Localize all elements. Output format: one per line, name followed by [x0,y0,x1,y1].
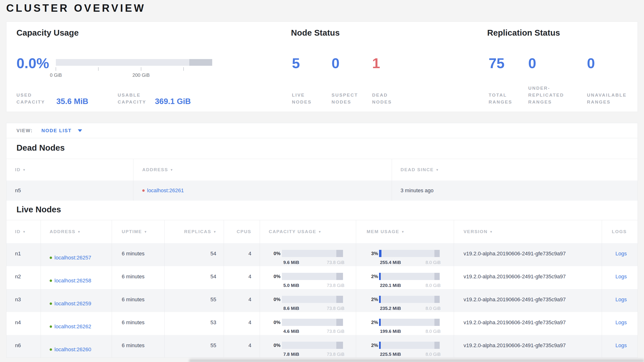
summary-stat-label: UNAVAILABLE RANGES [587,92,626,105]
mem-total-value: 8.0 GiB [426,352,441,357]
capacity-stat-label: USED CAPACITY [16,92,45,105]
node-status-title: Node Status [291,28,340,38]
node-replicas: 53 [164,312,224,335]
mem-usage-bar [379,273,440,280]
node-address-link[interactable]: localhost:26258 [54,277,91,284]
mem-used-value: 225.5 MiB [380,352,401,357]
capacity-used-percent: 0.0% [16,55,49,72]
sort-arrow-icon: ▼ [490,230,493,234]
summary-stat-label: UNDER- REPLICATED RANGES [528,85,564,105]
node-id: n3 [6,289,40,312]
column-header-replicas[interactable]: REPLICAS▼ [164,220,224,243]
mem-usage-cell: 2%235.2 MiB8.0 GiB [356,289,454,312]
column-header-logs: LOGS [602,220,638,243]
mem-bar-reserved-segment [434,273,440,280]
column-header-address[interactable]: ADDRESS▼ [133,159,392,180]
capacity-usage-percent: 0% [260,320,282,325]
capacity-bar-reserved-segment [336,296,343,303]
column-header-capacity-usage[interactable]: CAPACITY USAGE▼ [260,220,356,243]
column-header-label: DEAD SINCE [400,167,434,172]
node-address-cell: localhost:26258 [40,266,112,289]
mem-usage-percent: 2% [356,274,379,279]
table-header-row: ID▼ADDRESS▼UPTIME▼REPLICAS▼CPUSCAPACITY … [6,220,638,243]
cluster-summary-card: Capacity Usage 0.0% 0 GiB 200 GiB USED C… [6,22,638,112]
node-logs-link[interactable]: Logs [615,319,627,326]
column-header-cpus: CPUS [224,220,260,243]
dead-node-address-link[interactable]: localhost:26261 [147,188,184,194]
column-header-label: CAPACITY USAGE [269,229,316,234]
mem-usage-cell: 2%220.1 MiB8.0 GiB [356,266,454,289]
node-logs-cell: Logs [602,312,638,335]
mem-usage-fill [379,319,381,326]
column-header-version[interactable]: VERSION▼ [454,220,602,243]
column-header-dead-since[interactable]: DEAD SINCE▼ [392,159,638,180]
capacity-usage-percent: 0% [260,297,282,302]
summary-stat-value: 0 [332,55,340,72]
column-header-address[interactable]: ADDRESS▼ [40,220,112,243]
sort-arrow-icon: ▼ [144,230,147,234]
capacity-usage-bar [56,59,212,66]
column-header-mem-usage[interactable]: MEM USAGE▼ [356,220,454,243]
mem-used-value: 255.4 MiB [380,260,401,265]
column-header-id[interactable]: ID▼ [6,220,40,243]
capacity-bar-reserved-segment [336,250,343,257]
node-version: v19.2.0-alpha.20190606-2491-gfe735c9a97 [454,243,602,266]
dead-status-dot-icon [142,189,145,192]
node-logs-cell: Logs [602,289,638,312]
capacity-total-value: 73.8 GiB [327,283,344,288]
live-status-dot-icon [50,302,52,305]
mem-usage-bar [379,296,440,303]
mem-used-value: 235.2 MiB [380,306,401,311]
live-node-row: n4localhost:262626 minutes5340%4.6 MiB73… [6,312,638,335]
capacity-stat-label: USABLE CAPACITY [118,92,146,105]
node-cpus: 4 [224,335,260,358]
mem-total-value: 8.0 GiB [426,260,441,265]
node-address-link[interactable]: localhost:26262 [54,323,91,330]
mem-usage-percent: 3% [356,251,379,256]
column-header-id[interactable]: ID▼ [6,159,133,180]
capacity-used-value: 5.0 MiB [283,283,299,288]
live-node-row: n1localhost:262576 minutes5440%9.6 MiB73… [6,243,638,266]
node-logs-link[interactable]: Logs [615,296,627,303]
column-header-label: ID [15,229,20,234]
node-address-link[interactable]: localhost:26257 [54,254,91,261]
live-nodes-heading: Live Nodes [16,204,61,215]
node-version: v19.2.0-alpha.20190606-2491-gfe735c9a97 [454,289,602,312]
node-address-link[interactable]: localhost:26260 [54,346,91,353]
capacity-used-value: 4.6 MiB [283,329,299,334]
capacity-bar-reserved-segment [189,59,212,66]
column-header-label: CPUS [236,229,251,234]
mem-total-value: 8.0 GiB [426,306,441,311]
dead-node-id: n5 [6,180,133,201]
node-id: n6 [6,335,40,358]
capacity-usage-cell: 0%4.6 MiB73.8 GiB [260,312,356,335]
table-header-row: ID▼ADDRESS▼DEAD SINCE▼ [6,159,638,180]
capacity-usage-percent: 0% [260,274,282,279]
node-address-link[interactable]: localhost:26259 [54,300,91,307]
capacity-total-value: 73.8 GiB [327,260,344,265]
column-header-label: ADDRESS [142,167,168,172]
node-logs-link[interactable]: Logs [615,250,627,257]
capacity-usage-bar [282,319,343,326]
node-id: n2 [6,266,40,289]
dead-node-row: n5localhost:262613 minutes ago [6,180,638,201]
sort-arrow-icon: ▼ [213,230,216,234]
node-logs-link[interactable]: Logs [615,342,627,349]
node-logs-cell: Logs [602,243,638,266]
summary-stat-label: TOTAL RANGES [488,92,512,105]
node-uptime: 6 minutes [112,289,164,312]
column-header-label: ID [15,167,20,172]
mem-usage-percent: 2% [356,343,379,348]
summary-stat-label: LIVE NODES [292,92,312,105]
capacity-stat-value: 35.6 MiB [56,97,88,106]
mem-usage-bar [379,319,440,326]
mem-usage-fill [379,296,381,303]
column-header-uptime[interactable]: UPTIME▼ [112,220,164,243]
capacity-bar-reserved-segment [336,342,343,349]
mem-used-value: 220.1 MiB [380,283,401,288]
node-logs-link[interactable]: Logs [615,273,627,280]
node-address-cell: localhost:26262 [40,312,112,335]
mem-bar-reserved-segment [434,296,440,303]
view-mode-dropdown[interactable]: NODE LIST [41,128,82,133]
capacity-bar-reserved-segment [336,319,343,326]
